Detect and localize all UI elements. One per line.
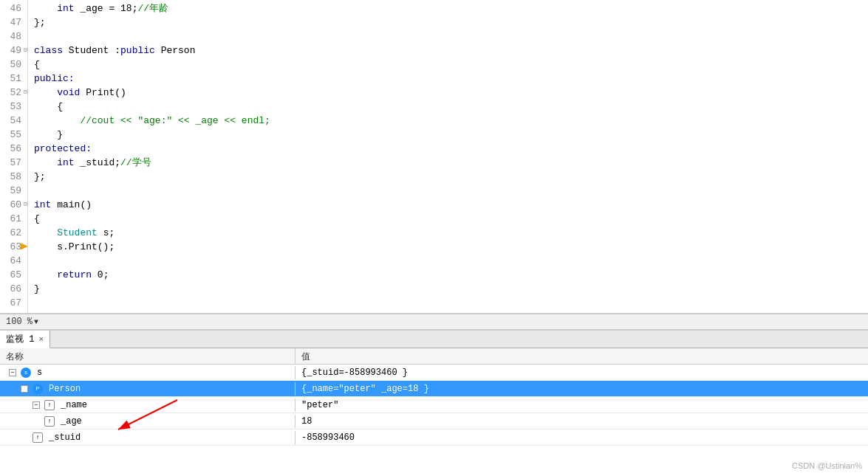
watch-variable-name: _age (61, 416, 82, 427)
execution-arrow-icon: ▶ (21, 240, 28, 254)
tree-expand-btn[interactable]: − (33, 401, 40, 409)
code-line: Student s; (34, 226, 868, 240)
field-icon: f (44, 416, 55, 427)
code-line: ⊟class Student :public Person (34, 44, 868, 58)
line-number: 54 (6, 114, 21, 128)
watch-tab-bar: 监视 1 × (0, 331, 868, 348)
watch-row[interactable]: f_stuid-858993460 (0, 430, 868, 446)
code-token: _age = 18; (75, 3, 138, 14)
line-number: 48 (6, 30, 21, 44)
code-line: } (34, 128, 868, 142)
collapse-icon[interactable]: ⊟ (24, 44, 27, 58)
code-line: }; (34, 170, 868, 184)
line-number: 52 (6, 86, 21, 100)
code-editor: 4647484950515253545556575859606162636465… (0, 0, 868, 314)
code-token: { (34, 101, 63, 112)
watch-content: 名称 值 −ss{_stuid=-858993460 }−PPerson{_na… (0, 348, 868, 446)
collapse-icon[interactable]: ⊟ (24, 198, 27, 212)
watch-variable-name: Person (49, 384, 81, 394)
watch-panel-container: 监视 1 × 名称 值 −ss{_stuid=-858993460 }−PPer… (0, 330, 868, 476)
status-bar: 100 % ▼ (0, 314, 868, 330)
code-token: //年龄 (137, 3, 168, 14)
code-line: ⊟ void Print() (34, 86, 868, 100)
code-token: s.Print(); (34, 241, 115, 252)
line-number: 49 (6, 44, 21, 58)
line-number: 64 (6, 254, 21, 268)
watch-row-name-cell: −ss (0, 366, 295, 379)
code-token (34, 87, 57, 98)
collapse-icon[interactable]: ⊟ (24, 86, 27, 100)
code-token: _stuid; (75, 157, 120, 168)
line-number: 60 (6, 198, 21, 212)
tree-expand-btn[interactable]: − (21, 385, 28, 393)
field-icon: f (44, 400, 55, 410)
watch-row-name-cell: f_age (0, 415, 295, 428)
line-number: 66 (6, 282, 21, 296)
code-token (34, 3, 57, 14)
code-token: public (120, 45, 155, 56)
watch-variable-name: s (37, 368, 42, 378)
code-token: Print() (80, 87, 126, 98)
code-token: } (34, 129, 63, 140)
line-number: 53 (6, 100, 21, 114)
watch-tab-label: 监视 1 (6, 333, 34, 345)
code-line: public: (34, 72, 868, 86)
watermark: CSDN @Ustinian% (792, 461, 862, 470)
watch-row[interactable]: −f_name"peter" (0, 397, 868, 413)
zoom-control[interactable]: 100 % ▼ (6, 317, 38, 327)
watch-variable-value: -858993460 (295, 431, 868, 444)
code-token (34, 227, 57, 238)
tree-expand-btn[interactable]: − (9, 369, 16, 376)
watch-panel: 监视 1 × 名称 值 −ss{_stuid=-858993460 }−PPer… (0, 330, 868, 476)
code-token: { (34, 59, 40, 70)
code-content[interactable]: int _age = 18;//年龄};⊟class Student :publ… (28, 0, 868, 313)
watch-row-name-cell: −f_name (0, 399, 295, 412)
code-line: { (34, 58, 868, 72)
zoom-level: 100 % (6, 317, 33, 327)
person-icon: P (33, 384, 43, 394)
watch-row[interactable]: −PPerson{_name="peter" _age=18 } (0, 381, 868, 397)
code-line: { (34, 212, 868, 226)
watch-tab-close[interactable]: × (38, 335, 44, 344)
line-number: 47 (6, 15, 21, 30)
line-number: 62 (6, 226, 21, 240)
code-token: //cout << "age:" << _age << endl; (34, 115, 270, 126)
line-number: 56 (6, 142, 21, 156)
watch-row[interactable]: f_age18 (0, 413, 868, 430)
field-icon: f (33, 432, 43, 443)
code-line (34, 254, 868, 268)
watch-row-name-cell: −PPerson (0, 382, 295, 396)
code-token: return (57, 269, 92, 280)
code-token: } (34, 283, 40, 294)
code-token: Person (155, 45, 196, 56)
code-line: protected: (34, 142, 868, 156)
watch-variable-name: _stuid (49, 432, 81, 443)
line-number: 58 (6, 170, 21, 184)
code-line: }; (34, 15, 868, 30)
watch-col-name: 名称 (0, 348, 295, 364)
code-line: //cout << "age:" << _age << endl; (34, 114, 868, 128)
code-line: { (34, 100, 868, 114)
watch-variable-value: 18 (295, 415, 868, 428)
code-token: int (57, 3, 74, 14)
code-token: void (57, 87, 80, 98)
watch-row[interactable]: −ss{_stuid=-858993460 } (0, 365, 868, 381)
line-number: 57 (6, 156, 21, 170)
code-line: ▶ s.Print(); (34, 240, 868, 254)
code-line: int _age = 18;//年龄 (34, 1, 868, 15)
watch-headers: 名称 值 (0, 348, 868, 365)
line-number: 51 (6, 72, 21, 86)
code-line: int _stuid;//学号 (34, 156, 868, 170)
zoom-dropdown-icon[interactable]: ▼ (34, 318, 38, 326)
watch-variable-value: {_stuid=-858993460 } (295, 366, 868, 379)
code-line: } (34, 282, 868, 296)
watch-tab-1[interactable]: 监视 1 × (0, 331, 50, 348)
s-icon: s (21, 368, 31, 378)
code-token: main() (51, 199, 92, 210)
code-token: }; (34, 171, 46, 182)
line-number: 55 (6, 128, 21, 142)
watch-col-value: 值 (295, 348, 868, 364)
code-line (34, 30, 868, 44)
code-token: //学号 (120, 157, 151, 168)
watch-variable-value: {_name="peter" _age=18 } (295, 382, 868, 396)
